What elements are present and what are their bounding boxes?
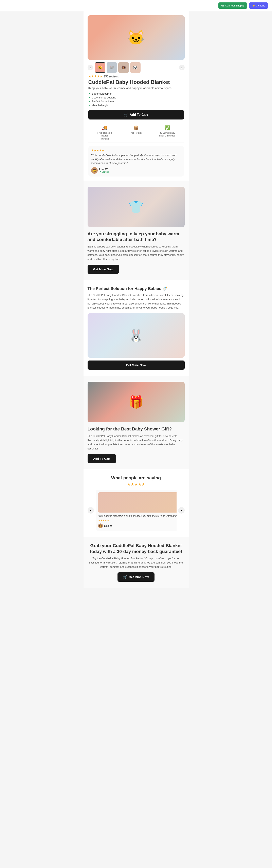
feature-2: ✔Cozy animal designs bbox=[88, 96, 184, 99]
thumbnail-next-button[interactable]: › bbox=[179, 65, 185, 70]
verified-label: Verified bbox=[102, 170, 109, 173]
trust-badge-guarantee: ✅ 30 Days Money Back Guarantee bbox=[159, 125, 175, 140]
reviewer: 👩 Lisa W. ✔ Verified bbox=[91, 167, 181, 174]
guarantee-label: 30 Days Money Back Guarantee bbox=[159, 131, 175, 137]
problem-image: 👕 bbox=[88, 187, 185, 227]
review-text-1: "This hooded blanket is a game changer! … bbox=[98, 514, 177, 518]
cta-button-icon: 🛒 bbox=[123, 575, 127, 579]
feature-1: ✔Super soft comfort bbox=[88, 92, 184, 96]
product-title: CuddlePal Baby Hooded Blanket bbox=[88, 79, 184, 85]
feature-2-label: Cozy animal designs bbox=[92, 96, 116, 99]
check-icon-4: ✔ bbox=[88, 104, 91, 107]
guarantee-icon: ✅ bbox=[159, 125, 175, 131]
thumbnail-4[interactable]: 🐼 bbox=[130, 62, 141, 73]
problem-text: Bathing a baby can be challenging, espec… bbox=[88, 245, 185, 261]
actions-icon: ⚡ bbox=[252, 4, 255, 7]
hero-info: ★★★★★ 250 reviews CuddlePal Baby Hooded … bbox=[88, 74, 185, 177]
cta-button[interactable]: 🛒 Get Mine Now bbox=[118, 572, 154, 582]
returns-icon: 📦 bbox=[129, 125, 142, 131]
reviews-prev-button[interactable]: ‹ bbox=[88, 507, 94, 514]
thumbnail-prev-button[interactable]: ‹ bbox=[88, 65, 93, 70]
review-avatar-1: 👩 bbox=[98, 524, 103, 528]
thumbnail-4-image: 🐼 bbox=[130, 63, 140, 72]
thumbnail-3-image: 🐻 bbox=[119, 63, 128, 72]
reviews-section: What people are saying ★★★★★ ‹ 🐱 "This h… bbox=[84, 469, 189, 537]
check-icon-2: ✔ bbox=[88, 96, 91, 99]
reviewer-name: Lisa W. bbox=[99, 167, 109, 170]
rating-stars: ★★★★★ bbox=[88, 74, 102, 78]
topbar: 🛍 Connect Shopify ⚡ Actions bbox=[0, 0, 272, 11]
thumbnail-3[interactable]: 🐻 bbox=[118, 62, 129, 73]
review-item-1: 🐱 "This hooded blanket is a game changer… bbox=[96, 490, 177, 531]
shipping-icon: 🚚 bbox=[97, 125, 113, 131]
reviews-carousel: 🐱 "This hooded blanket is a game changer… bbox=[96, 490, 177, 531]
feature-1-label: Super soft comfort bbox=[92, 92, 113, 95]
gift-image-emoji: 🎁 bbox=[128, 395, 144, 409]
verified-icon: ✔ bbox=[99, 170, 101, 173]
solution-title: The Perfect Solution for Happy Babies 🍼 bbox=[88, 286, 185, 291]
solution-image-emoji: 🐰 bbox=[128, 328, 144, 343]
gift-cta-button[interactable]: Add To Cart bbox=[88, 454, 116, 463]
check-icon-1: ✔ bbox=[88, 92, 91, 95]
thumbnail-1-image: 🐱 bbox=[95, 63, 105, 72]
solution-section: The Perfect Solution for Happy Babies 🍼 … bbox=[84, 280, 189, 376]
hero-main-image: 🐱 bbox=[88, 16, 185, 60]
thumbnail-2[interactable]: 🐭 bbox=[107, 62, 117, 73]
gift-section: 🎁 Looking for the Best Baby Shower Gift?… bbox=[84, 376, 189, 469]
review-stars: ★★★★★ bbox=[91, 149, 181, 152]
thumbnail-1[interactable]: 🐱 bbox=[95, 62, 105, 73]
add-to-cart-button[interactable]: 🛒 Add To Cart bbox=[88, 110, 184, 120]
check-icon-3: ✔ bbox=[88, 100, 91, 103]
solution-image: 🐰 bbox=[88, 313, 185, 358]
feature-3-label: Perfect for bedtime bbox=[92, 100, 114, 103]
gift-text: The CuddlePal Baby Hooded Blanket makes … bbox=[88, 434, 185, 451]
rating-row: ★★★★★ 250 reviews bbox=[88, 74, 184, 78]
problem-title: Are you struggling to keep your baby war… bbox=[88, 231, 185, 243]
cta-section: Grab your CuddlePal Baby Hooded Blanket … bbox=[84, 537, 189, 588]
hero-section: 🐱 ‹ 🐱 🐭 🐻 🐼 › ★★★★★ bbox=[84, 11, 189, 181]
feature-3: ✔Perfect for bedtime bbox=[88, 99, 184, 103]
trust-badges: 🚚 Free tracked & insured shipping 📦 Free… bbox=[88, 123, 184, 143]
problem-section: 👕 Are you struggling to keep your baby w… bbox=[84, 181, 189, 280]
shopify-icon: 🛍 bbox=[221, 4, 224, 7]
review-count: 250 reviews bbox=[104, 75, 119, 78]
connect-shopify-label: Connect Shopify bbox=[225, 4, 244, 7]
reviewer-info: Lisa W. ✔ Verified bbox=[99, 167, 109, 173]
thumbnail-row: ‹ 🐱 🐭 🐻 🐼 › bbox=[88, 62, 185, 73]
actions-label: Actions bbox=[256, 4, 265, 7]
problem-cta-button[interactable]: Get Mine Now bbox=[88, 265, 119, 274]
thumbnail-2-image: 🐭 bbox=[107, 63, 117, 72]
cta-title: Grab your CuddlePal Baby Hooded Blanket … bbox=[88, 543, 185, 554]
feature-4-label: Ideal baby gift bbox=[92, 104, 108, 107]
hero-review-card: ★★★★★ "This hooded blanket is a game cha… bbox=[88, 146, 184, 177]
thumbnail-list: 🐱 🐭 🐻 🐼 bbox=[95, 62, 177, 73]
add-to-cart-label: Add To Cart bbox=[130, 113, 148, 117]
reviews-overall-stars: ★★★★★ bbox=[88, 482, 185, 487]
features-list: ✔Super soft comfort ✔Cozy animal designs… bbox=[88, 92, 184, 107]
review-stars-1: ★★★★★ bbox=[98, 519, 177, 522]
returns-label: Free Returns bbox=[129, 131, 142, 134]
gift-image: 🎁 bbox=[88, 382, 185, 422]
cta-button-label: Get Mine Now bbox=[129, 575, 149, 579]
review-text: "This hooded blanket is a game changer! … bbox=[91, 153, 181, 165]
gift-title: Looking for the Best Baby Shower Gift? bbox=[88, 426, 185, 432]
trust-badge-shipping: 🚚 Free tracked & insured shipping bbox=[97, 125, 113, 140]
verified-badge: ✔ Verified bbox=[99, 170, 109, 173]
solution-title-text: The Perfect Solution for Happy Babies bbox=[88, 286, 161, 291]
solution-title-icon: 🍼 bbox=[162, 286, 168, 291]
reviewer-avatar: 👩 bbox=[91, 167, 98, 174]
page: 🐱 ‹ 🐱 🐭 🐻 🐼 › ★★★★★ bbox=[84, 11, 189, 588]
actions-button[interactable]: ⚡ Actions bbox=[249, 2, 268, 9]
shipping-label: Free tracked & insured shipping bbox=[97, 131, 113, 140]
product-subtitle: Keep your baby warm, comfy, and happy in… bbox=[88, 87, 184, 90]
problem-image-emoji: 👕 bbox=[128, 199, 144, 214]
trust-badge-returns: 📦 Free Returns bbox=[129, 125, 142, 140]
solution-cta-button[interactable]: Get Mine Now bbox=[88, 361, 185, 370]
reviews-next-button[interactable]: › bbox=[178, 507, 185, 514]
review-name-1: Lisa W. bbox=[104, 525, 113, 527]
reviews-title: What people are saying bbox=[88, 475, 185, 480]
connect-shopify-button[interactable]: 🛍 Connect Shopify bbox=[218, 2, 247, 9]
feature-4: ✔Ideal baby gift bbox=[88, 103, 184, 107]
cta-text: Try the CuddlePal Baby Hooded Blanket fo… bbox=[88, 556, 185, 569]
solution-text: The CuddlePal Baby Hooded Blanket is cra… bbox=[88, 293, 185, 310]
